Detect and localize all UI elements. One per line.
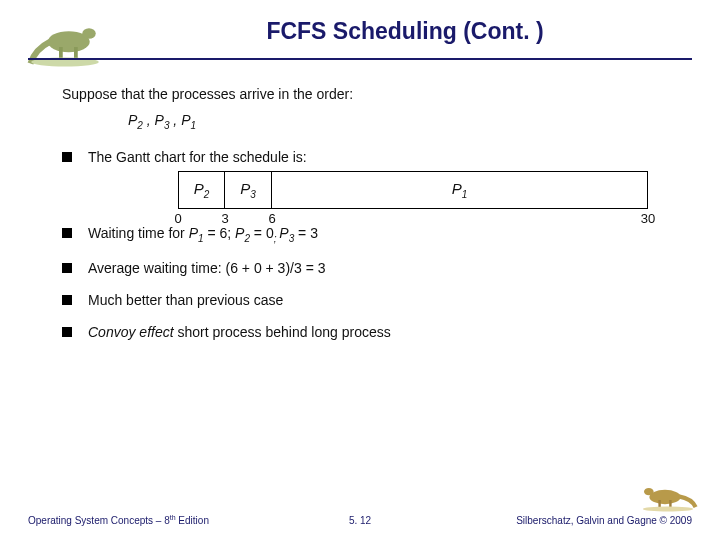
footer-left: Operating System Concepts – 8th Edition [28, 514, 209, 526]
bullet-avg-waiting: Average waiting time: (6 + 0 + 3)/3 = 3 [62, 260, 680, 276]
gantt-tick: 6 [268, 211, 275, 226]
footer-page: 5. 12 [349, 515, 371, 526]
intro-text: Suppose that the processes arrive in the… [62, 86, 680, 102]
title-rule [28, 58, 692, 60]
dinosaur-icon [638, 476, 698, 512]
gantt-segment-label: P1 [452, 180, 468, 200]
bullet-convoy: Convoy effect short process behind long … [62, 324, 680, 340]
gantt-chart: P2P3P103630 [178, 171, 680, 209]
footer-right: Silberschatz, Galvin and Gagne © 2009 [516, 515, 692, 526]
gantt-segment-label: P2 [194, 180, 210, 200]
gantt-segment-label: P3 [240, 180, 256, 200]
arrival-order: P2 , P3 , P1 [128, 112, 680, 131]
slide-body: Suppose that the processes arrive in the… [62, 86, 680, 356]
svg-point-9 [643, 507, 693, 512]
bullet-gantt: The Gantt chart for the schedule is: P2P… [62, 149, 680, 209]
gantt-segment: P3 [225, 171, 272, 209]
gantt-tick: 30 [641, 211, 655, 226]
gantt-tick: 0 [174, 211, 181, 226]
svg-point-5 [649, 490, 680, 504]
gantt-segment: P1 [272, 171, 648, 209]
slide-title: FCFS Scheduling (Cont. ) [120, 18, 690, 45]
gantt-segment: P2 [178, 171, 225, 209]
slide-header: FCFS Scheduling (Cont. ) [120, 18, 690, 45]
bullet-waiting-time: Waiting time for P1 = 6; P2 = 0; P3 = 3 [62, 225, 680, 244]
bullet-better: Much better than previous case [62, 292, 680, 308]
svg-point-1 [82, 28, 96, 39]
svg-point-6 [644, 488, 654, 495]
gantt-tick: 3 [221, 211, 228, 226]
bullet-list: The Gantt chart for the schedule is: P2P… [62, 149, 680, 340]
